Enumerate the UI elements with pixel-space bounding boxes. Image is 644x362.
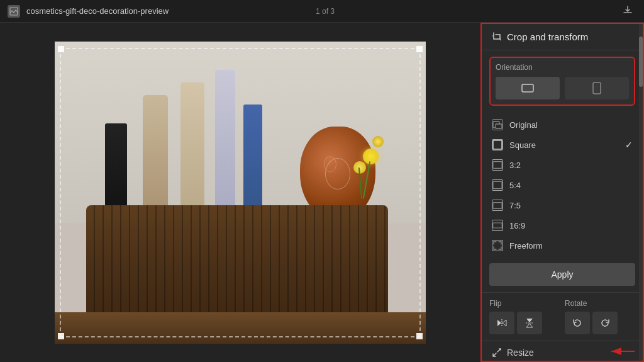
aspect-16-9[interactable]: 16:9 <box>482 215 643 235</box>
ratio-5-4-icon <box>492 179 503 191</box>
svg-rect-8 <box>493 202 502 208</box>
bottle-5 <box>243 105 262 218</box>
rotate-label: Rotate <box>565 299 635 308</box>
flip-vertical-button[interactable] <box>517 312 542 334</box>
scene <box>55 42 426 344</box>
main-content: Crop and transform Orientation <box>0 23 644 362</box>
ratio-3-2-label: 3:2 <box>509 161 633 170</box>
square-icon <box>492 139 503 150</box>
crop-icon <box>492 32 502 42</box>
image-container <box>55 42 426 344</box>
freeform-icon <box>492 240 503 251</box>
aspect-3-2[interactable]: 3:2 <box>482 155 643 175</box>
right-panel: Crop and transform Orientation <box>482 24 643 361</box>
svg-marker-15 <box>526 324 533 327</box>
portrait-button[interactable] <box>565 77 629 99</box>
original-label: Original <box>509 120 633 130</box>
resize-section[interactable]: Resize <box>482 341 643 361</box>
image-area <box>0 23 480 362</box>
ratio-7-5-icon <box>492 200 503 211</box>
app-icon <box>8 5 20 18</box>
svg-marker-10 <box>497 320 501 326</box>
landscape-button[interactable] <box>496 77 560 99</box>
resize-indicator-arrow <box>606 345 638 360</box>
right-panel-highlight: Crop and transform Orientation <box>480 23 644 362</box>
svg-rect-1 <box>522 84 533 92</box>
svg-rect-2 <box>593 82 601 94</box>
svg-rect-5 <box>493 140 502 149</box>
ratio-16-9-label: 16:9 <box>509 221 633 230</box>
apply-button-container: Apply <box>482 258 643 292</box>
bottle-2 <box>143 95 168 221</box>
original-icon <box>492 119 503 130</box>
svg-rect-9 <box>493 223 502 228</box>
table-surface <box>55 312 426 344</box>
aspect-options: Original Square ✓ <box>482 112 643 258</box>
flip-rotate-section: Flip <box>482 292 643 341</box>
flip-horizontal-button[interactable] <box>489 312 514 334</box>
orientation-label: Orientation <box>496 63 629 72</box>
ratio-7-5-label: 7:5 <box>509 201 633 210</box>
flip-rotate-row: Flip <box>489 299 635 334</box>
flip-label: Flip <box>489 299 560 308</box>
flip-group: Flip <box>489 299 560 334</box>
ratio-3-2-icon <box>492 159 503 171</box>
rotate-group: Rotate <box>565 299 635 334</box>
orientation-buttons <box>496 77 629 99</box>
aspect-5-4[interactable]: 5:4 <box>482 175 643 195</box>
svg-rect-7 <box>493 181 502 188</box>
square-label: Square <box>509 140 619 150</box>
titlebar: cosmetics-gift-deco-decoration-preview 1… <box>0 0 644 23</box>
svg-rect-4 <box>496 124 502 128</box>
crop-transform-title: Crop and transform <box>507 31 588 42</box>
image-position: 1 of 3 <box>316 7 335 16</box>
window-title: cosmetics-gift-deco-decoration-preview <box>26 6 311 16</box>
aspect-original[interactable]: Original <box>482 115 643 135</box>
scrollbar-thumb[interactable] <box>639 37 643 87</box>
aspect-freeform[interactable]: Freeform <box>482 235 643 256</box>
square-checkmark: ✓ <box>625 140 633 150</box>
svg-marker-12 <box>502 320 506 326</box>
bottle-3 <box>180 82 204 221</box>
rotate-buttons <box>565 312 635 334</box>
svg-rect-6 <box>493 162 502 169</box>
aspect-7-5[interactable]: 7:5 <box>482 195 643 215</box>
ratio-5-4-label: 5:4 <box>509 181 633 190</box>
main-image <box>55 42 426 344</box>
download-button[interactable] <box>619 4 636 19</box>
rotate-ccw-button[interactable] <box>565 312 590 334</box>
flowers <box>350 136 401 199</box>
flip-buttons <box>489 312 560 334</box>
aspect-square[interactable]: Square ✓ <box>482 135 643 155</box>
resize-icon <box>492 348 502 358</box>
orientation-box: Orientation <box>489 57 635 106</box>
scrollbar-track[interactable] <box>639 24 643 361</box>
apply-button[interactable]: Apply <box>489 263 635 286</box>
freeform-label: Freeform <box>509 241 633 251</box>
ratio-16-9-icon <box>492 220 503 231</box>
crop-transform-header: Crop and transform <box>482 24 643 50</box>
resize-label: Resize <box>507 348 534 358</box>
bottle-4 <box>215 70 235 221</box>
svg-marker-13 <box>526 319 533 322</box>
rotate-cw-button[interactable] <box>592 312 618 334</box>
